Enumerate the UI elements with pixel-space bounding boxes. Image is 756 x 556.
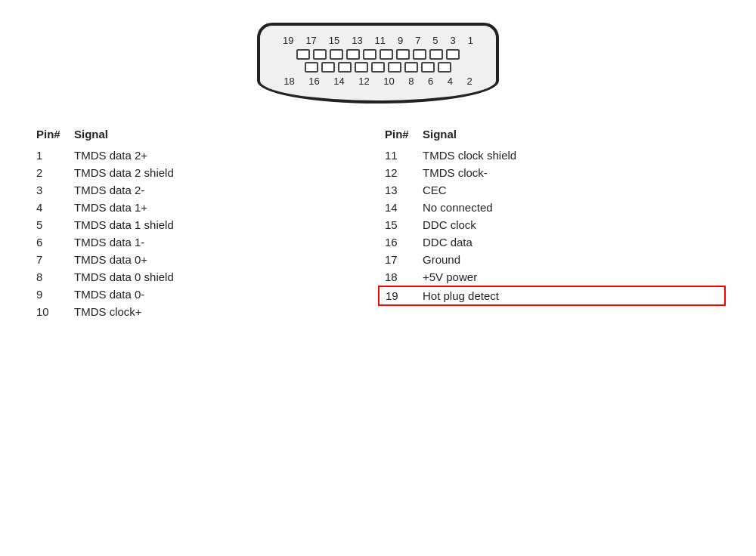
signal-cell: TMDS data 0+: [68, 251, 378, 268]
signal-cell: DDC clock: [417, 216, 725, 233]
pin-6: [404, 62, 418, 73]
signal-cell: No connected: [417, 199, 725, 216]
pin-cell: 18: [379, 268, 417, 286]
right-col-group: Pin# Signal 11TMDS clock shield12TMDS cl…: [378, 126, 726, 320]
table-row: 12TMDS clock-: [379, 164, 725, 181]
left-signal-header: Signal: [68, 126, 378, 147]
pin-16: [321, 62, 335, 73]
pin-cell: 1: [30, 147, 68, 164]
signal-cell: TMDS data 2-: [68, 181, 378, 199]
table-row: 11TMDS clock shield: [379, 147, 725, 164]
left-pin-header: Pin#: [30, 126, 68, 147]
right-pin-header: Pin#: [379, 126, 417, 147]
pin-2: [438, 62, 451, 73]
pins-row-bottom: [305, 62, 451, 73]
table-row: 5TMDS data 1 shield: [30, 216, 378, 233]
pin-cell: 6: [30, 233, 68, 251]
pin-cell: 11: [379, 147, 417, 164]
pin-cell: 8: [30, 268, 68, 286]
pin-3: [429, 49, 443, 60]
signal-cell: TMDS data 1+: [68, 199, 378, 216]
pin-cell: 17: [379, 251, 417, 268]
pin-cell: 2: [30, 164, 68, 181]
table-row: 15DDC clock: [379, 216, 725, 233]
pin-cell: 14: [379, 199, 417, 216]
table-row: 1TMDS data 2+: [30, 147, 378, 164]
pin-cell: 10: [30, 303, 68, 320]
pin-cell: 4: [30, 199, 68, 216]
pin-cell: 9: [30, 286, 68, 303]
pin-9: [380, 49, 393, 60]
pin-cell: 13: [379, 181, 417, 199]
left-col-group: Pin# Signal 1TMDS data 2+2TMDS data 2 sh…: [30, 126, 378, 320]
right-table: Pin# Signal 11TMDS clock shield12TMDS cl…: [378, 126, 726, 306]
table-row: 8TMDS data 0 shield: [30, 268, 378, 286]
pin-8: [388, 62, 401, 73]
pin-cell: 12: [379, 164, 417, 181]
pin-table-section: Pin# Signal 1TMDS data 2+2TMDS data 2 sh…: [30, 126, 726, 320]
pin-12: [355, 62, 368, 73]
pin-10: [371, 62, 385, 73]
table-row: 16DDC data: [379, 233, 725, 251]
pin-5: [413, 49, 426, 60]
pins-row-top: [296, 49, 460, 60]
bottom-pin-numbers: 18 16 14 12 10 8 6 4 2: [275, 76, 481, 87]
signal-cell: TMDS data 2+: [68, 147, 378, 164]
signal-cell: Ground: [417, 251, 725, 268]
signal-cell: CEC: [417, 181, 725, 199]
pin-4: [421, 62, 435, 73]
pin-cell: 7: [30, 251, 68, 268]
pin-17: [313, 49, 327, 60]
pin-7: [396, 49, 410, 60]
table-row: 14No connected: [379, 199, 725, 216]
table-row: 10TMDS clock+: [30, 303, 378, 320]
connector-diagram: 19 17 15 13 11 9 7 5 3 1: [257, 23, 499, 103]
pin-1: [446, 49, 460, 60]
right-signal-header: Signal: [417, 126, 725, 147]
table-row: 4TMDS data 1+: [30, 199, 378, 216]
signal-cell: TMDS clock shield: [417, 147, 725, 164]
pin-cell: 16: [379, 233, 417, 251]
table-row: 18+5V power: [379, 268, 725, 286]
signal-cell: TMDS clock+: [68, 303, 378, 320]
pin-cell: 3: [30, 181, 68, 199]
table-row: 6TMDS data 1-: [30, 233, 378, 251]
top-pin-numbers: 19 17 15 13 11 9 7 5 3 1: [275, 35, 481, 46]
pins-container: [296, 49, 460, 73]
table-row: 13CEC: [379, 181, 725, 199]
signal-cell: DDC data: [417, 233, 725, 251]
table-row: 19Hot plug detect: [379, 286, 725, 305]
signal-cell: TMDS data 1-: [68, 233, 378, 251]
pin-cell: 19: [379, 286, 417, 305]
pin-15: [330, 49, 343, 60]
pin-18: [305, 62, 318, 73]
pin-cell: 15: [379, 216, 417, 233]
table-row: 7TMDS data 0+: [30, 251, 378, 268]
signal-cell: TMDS clock-: [417, 164, 725, 181]
pin-19: [296, 49, 310, 60]
connector-body: 19 17 15 13 11 9 7 5 3 1: [257, 23, 499, 103]
left-table: Pin# Signal 1TMDS data 2+2TMDS data 2 sh…: [30, 126, 378, 320]
signal-cell: +5V power: [417, 268, 725, 286]
table-row: 17Ground: [379, 251, 725, 268]
signal-cell: TMDS data 0 shield: [68, 268, 378, 286]
signal-cell: TMDS data 0-: [68, 286, 378, 303]
pin-11: [363, 49, 376, 60]
signal-cell: TMDS data 2 shield: [68, 164, 378, 181]
signal-cell: TMDS data 1 shield: [68, 216, 378, 233]
pin-cell: 5: [30, 216, 68, 233]
table-row: 2TMDS data 2 shield: [30, 164, 378, 181]
signal-cell: Hot plug detect: [417, 286, 725, 305]
pin-13: [346, 49, 360, 60]
pin-14: [338, 62, 352, 73]
table-row: 3TMDS data 2-: [30, 181, 378, 199]
table-row: 9TMDS data 0-: [30, 286, 378, 303]
